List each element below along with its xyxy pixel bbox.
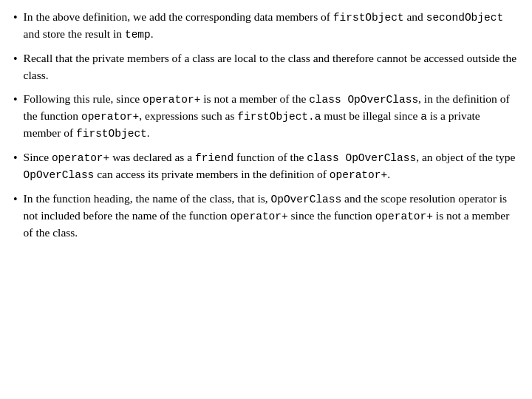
list-item: •In the above definition, we add the cor… (13, 9, 519, 43)
list-item-content: Recall that the private members of a cla… (24, 50, 519, 83)
list-item: •Following this rule, since operator+ is… (13, 91, 519, 142)
text-segment: and (404, 10, 426, 23)
code-segment: operator+ (143, 94, 200, 106)
text-segment: function of the (233, 151, 307, 163)
code-segment: temp (125, 29, 151, 41)
text-segment: since the function (288, 209, 375, 222)
bullet-list: •In the above definition, we add the cor… (13, 9, 519, 242)
code-segment: friend (195, 152, 233, 164)
bullet-symbol: • (13, 9, 18, 26)
code-segment: operator+ (230, 211, 287, 222)
text-segment: Following this rule, since (24, 92, 143, 105)
text-segment: , an object of the type (416, 151, 515, 163)
text-segment: In the function heading, the name of the… (24, 192, 271, 205)
text-segment: In the above definition, we add the corr… (24, 10, 333, 23)
list-item-content: Since operator+ was declared as a friend… (24, 149, 519, 183)
text-segment: and store the result in (24, 27, 125, 40)
bullet-symbol: • (13, 149, 18, 166)
code-segment: a (420, 111, 427, 123)
list-item-content: In the function heading, the name of the… (24, 191, 519, 242)
code-segment: OpOverClass (24, 169, 95, 181)
code-segment: class OpOverClass (307, 152, 416, 164)
code-segment: operator+ (81, 111, 139, 123)
code-segment: operator+ (52, 152, 109, 164)
text-segment: must be illegal since (321, 109, 420, 122)
code-segment: secondObject (426, 12, 503, 24)
text-segment: is not a member of the (200, 92, 309, 105)
list-item: •Recall that the private members of a cl… (13, 50, 519, 83)
list-item: •In the function heading, the name of th… (13, 191, 519, 242)
text-segment: can access its private members in the de… (94, 168, 330, 180)
code-segment: firstObject.a (237, 111, 321, 123)
code-segment: class OpOverClass (309, 94, 418, 106)
bullet-symbol: • (13, 91, 18, 108)
list-item-content: Following this rule, since operator+ is … (24, 91, 519, 142)
code-segment: firstObject (333, 12, 404, 24)
bullet-symbol: • (13, 50, 18, 67)
text-segment: . (147, 126, 150, 139)
list-item-content: In the above definition, we add the corr… (24, 9, 519, 43)
code-segment: OpOverClass (271, 194, 342, 205)
text-segment: , expressions such as (139, 109, 237, 122)
text-segment: Recall that the private members of a cla… (24, 52, 517, 81)
text-segment: . (387, 168, 390, 180)
code-segment: operator+ (330, 169, 387, 181)
code-segment: firstObject (76, 128, 147, 140)
code-segment: operator+ (375, 211, 433, 222)
text-segment: was declared as a (109, 151, 195, 163)
list-item: •Since operator+ was declared as a frien… (13, 149, 519, 183)
bullet-symbol: • (13, 191, 18, 208)
text-segment: . (151, 27, 154, 40)
text-segment: Since (24, 151, 52, 163)
